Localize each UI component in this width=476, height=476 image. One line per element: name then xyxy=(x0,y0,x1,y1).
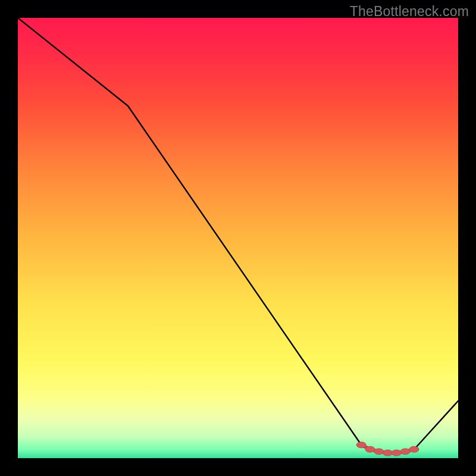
marker-point xyxy=(409,446,419,452)
watermark-text: TheBottleneck.com xyxy=(350,4,469,20)
chart-svg xyxy=(18,18,458,458)
marker-point xyxy=(374,449,384,455)
chart-frame: TheBottleneck.com xyxy=(0,0,476,476)
marker-point xyxy=(400,449,410,455)
marker-point xyxy=(365,446,375,452)
marker-point xyxy=(392,450,401,456)
marker-point xyxy=(356,442,366,448)
marker-point xyxy=(383,450,393,456)
plot-area xyxy=(18,18,458,458)
gradient-background xyxy=(18,18,458,458)
